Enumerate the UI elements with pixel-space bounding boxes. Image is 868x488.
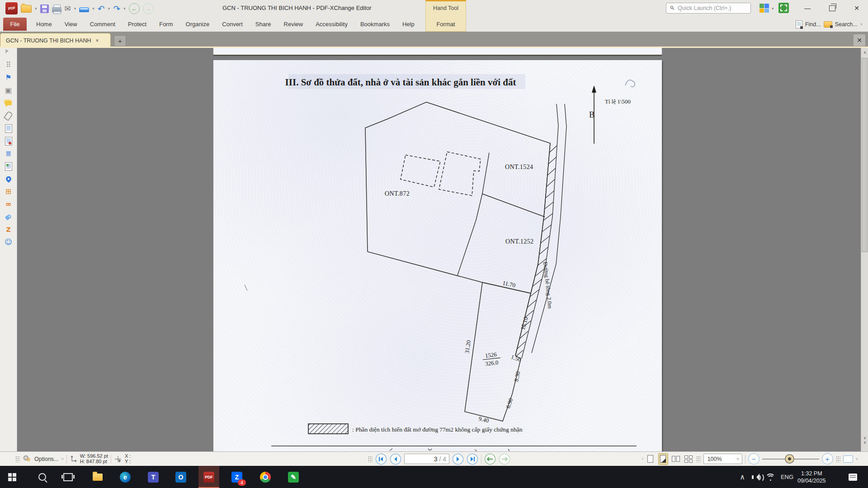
nav-grip[interactable] <box>368 456 373 462</box>
menu-accessibility[interactable]: Accessibility <box>309 21 354 28</box>
zoom-grip[interactable] <box>696 456 701 462</box>
menu-convert[interactable]: Convert <box>216 21 249 28</box>
attachments-panel-icon[interactable] <box>0 110 17 121</box>
layout-grip-icon[interactable]: ‹ <box>642 457 643 461</box>
vertical-scrollbar[interactable]: ∧ ∨ ∨ <box>861 48 868 451</box>
named-destinations-panel-icon[interactable] <box>0 123 17 134</box>
scanner-dropdown-caret[interactable]: ▾ <box>92 6 94 11</box>
overview-caret[interactable]: ˅ <box>856 457 858 461</box>
menu-share[interactable]: Share <box>249 21 278 28</box>
menu-protect[interactable]: Protect <box>122 21 153 28</box>
scroll-up-icon[interactable]: ∧ <box>861 50 868 55</box>
search-folder-icon[interactable] <box>824 21 832 28</box>
tray-expand-chevron[interactable]: ∧ <box>737 466 748 488</box>
fit-width-view-button[interactable] <box>658 453 668 465</box>
pages-panel-icon[interactable]: ▣ <box>0 85 17 96</box>
undo-icon[interactable]: ↶ <box>98 5 105 13</box>
thumbnails-panel-icon[interactable]: ⠿ <box>0 60 17 70</box>
menu-form[interactable]: Form <box>153 21 179 28</box>
drag-grip[interactable] <box>15 456 20 462</box>
form-fields-panel-icon[interactable]: ⊞ <box>0 186 17 197</box>
last-page-button[interactable] <box>467 453 478 465</box>
find-label[interactable]: Find... <box>805 21 821 28</box>
email-icon[interactable]: ✉ <box>65 5 71 13</box>
previous-page-button[interactable] <box>390 453 401 465</box>
menu-file[interactable]: File <box>3 18 27 31</box>
next-page-button[interactable] <box>452 453 464 465</box>
close-button[interactable]: ✕ <box>849 2 864 14</box>
email-dropdown-caret[interactable]: ▾ <box>74 6 76 11</box>
fullscreen-icon[interactable] <box>778 3 789 13</box>
overview-grip[interactable] <box>836 456 840 462</box>
accessibility-panel-icon[interactable]: ☺ <box>0 237 17 248</box>
notification-center-icon[interactable] <box>844 466 862 488</box>
layers-panel-icon[interactable]: ≣ <box>0 148 17 159</box>
options-label[interactable]: Options... <box>34 456 59 462</box>
page-number-input[interactable]: 3 / 4 <box>404 454 449 464</box>
minimize-button[interactable]: — <box>800 2 815 14</box>
zoom-in-button[interactable]: + <box>822 453 833 465</box>
undo-dropdown-caret[interactable]: ▾ <box>108 6 110 11</box>
history-back-icon[interactable]: ← <box>129 3 140 14</box>
signatures-panel-icon[interactable] <box>0 136 17 146</box>
maximize-button[interactable] <box>825 2 840 14</box>
teams-icon[interactable]: T <box>143 466 164 488</box>
destinations-panel-icon[interactable] <box>0 174 17 184</box>
structure-order-panel-icon[interactable]: Z <box>0 224 17 235</box>
start-button[interactable] <box>2 466 23 488</box>
options-gear-icon[interactable]: ⚙⚙ <box>23 455 32 464</box>
print-icon[interactable] <box>52 7 61 13</box>
file-explorer-icon[interactable] <box>87 466 108 488</box>
network-wifi-icon[interactable] <box>764 466 777 488</box>
search-label[interactable]: Search... <box>835 21 858 28</box>
scroll-collapse-icon[interactable]: ∨ <box>861 436 868 440</box>
scroll-down-icon[interactable]: ∨ <box>861 440 868 445</box>
open-dropdown-caret[interactable]: ▾ <box>35 6 37 11</box>
tags-panel-icon[interactable] <box>0 211 17 222</box>
pan-overview-icon[interactable] <box>843 455 853 463</box>
options-caret[interactable]: ˅ <box>61 457 64 461</box>
menu-organize[interactable]: Organize <box>179 21 216 28</box>
zoom-slider[interactable] <box>762 459 819 460</box>
menu-review[interactable]: Review <box>278 21 310 28</box>
green-messenger-icon[interactable]: ✎ <box>283 466 304 488</box>
bookmarks-panel-icon[interactable]: ⚑ <box>0 72 17 83</box>
comments-panel-icon[interactable] <box>0 98 17 108</box>
open-file-icon[interactable] <box>21 5 32 13</box>
first-page-button[interactable] <box>375 453 387 465</box>
multi-page-view-button[interactable] <box>684 453 693 465</box>
view-forward-button[interactable] <box>499 453 510 465</box>
zoom-slider-thumb[interactable] <box>785 454 794 464</box>
search-dropdown-caret[interactable]: ˅ <box>860 22 863 27</box>
sidebar-collapse-icon[interactable]: |< <box>5 49 8 53</box>
menu-bookmarks[interactable]: Bookmarks <box>354 21 396 28</box>
menu-comment[interactable]: Comment <box>84 21 122 28</box>
zoom-level-dropdown[interactable]: 100% ˅ <box>703 454 742 464</box>
view-back-button[interactable] <box>484 453 496 465</box>
redo-icon[interactable]: ↷ <box>113 5 120 13</box>
scrollbar-thumb[interactable] <box>862 58 868 252</box>
menu-help[interactable]: Help <box>396 21 421 28</box>
tab-bar-close-icon[interactable]: ✕ <box>854 34 865 46</box>
volume-icon[interactable] <box>750 466 763 488</box>
pdf-xchange-taskbar-icon[interactable]: PDF <box>198 466 219 488</box>
two-page-view-button[interactable] <box>671 453 681 465</box>
menu-format[interactable]: Format <box>425 17 466 32</box>
edge-icon[interactable]: e <box>115 466 136 488</box>
redo-dropdown-caret[interactable]: ▾ <box>123 6 126 11</box>
outlook-icon[interactable]: O <box>170 466 191 488</box>
language-indicator[interactable]: ENG <box>778 466 797 488</box>
pdf-page[interactable]: III. Sơ đồ thửa đất, nhà ở và tài sản kh… <box>213 60 662 451</box>
find-icon[interactable] <box>796 20 802 28</box>
taskbar-clock[interactable]: 1:32 PM 09/04/2025 <box>797 466 841 488</box>
menu-view[interactable]: View <box>58 21 84 28</box>
arrange-windows-icon[interactable] <box>760 4 769 13</box>
save-icon[interactable] <box>40 5 49 13</box>
arrange-dropdown-caret[interactable]: ▾ <box>772 6 774 11</box>
tab-close-icon[interactable]: × <box>95 38 99 44</box>
history-forward-icon[interactable]: → <box>143 3 154 14</box>
task-view-button[interactable] <box>57 466 78 488</box>
menu-home[interactable]: Home <box>30 21 58 28</box>
links-panel-icon[interactable]: ∞ <box>0 199 17 210</box>
quick-launch-input[interactable]: 🔍︎ Quick Launch (Ctrl+.) <box>666 3 751 14</box>
